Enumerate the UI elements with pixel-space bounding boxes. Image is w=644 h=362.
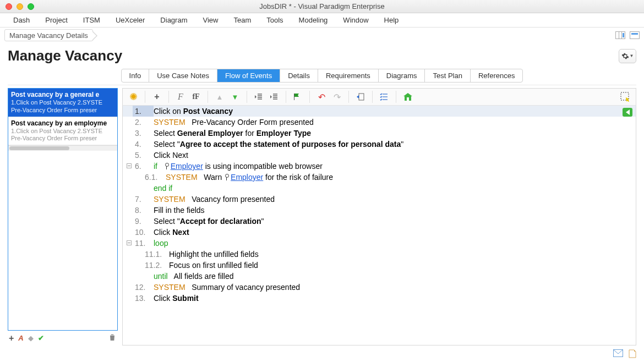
step-number: 2. (133, 117, 154, 128)
move-up-button[interactable]: ▲ (214, 91, 226, 103)
scenario-card-selected[interactable]: Post vacancy by a general e 1.Click on P… (8, 89, 117, 117)
undo-button[interactable]: ↶ (315, 91, 328, 103)
menu-help[interactable]: Help (376, 14, 407, 26)
step-row[interactable]: end if (123, 183, 636, 194)
tabs: Info Use Case Notes Flow of Events Detai… (121, 69, 523, 83)
export-button[interactable] (354, 91, 367, 103)
tab-diagrams[interactable]: Diagrams (379, 69, 425, 82)
menu-project[interactable]: Project (37, 14, 75, 26)
format-bold-button[interactable]: fF (190, 91, 202, 103)
step-row[interactable]: 10. Click Next (123, 227, 636, 238)
caret-down-icon: ▼ (630, 53, 634, 58)
tab-requirements[interactable]: Requirements (318, 69, 379, 82)
breadcrumb-text: Manage Vacancy Details (9, 31, 88, 40)
menu-itsm[interactable]: ITSM (75, 14, 108, 26)
scenario-card-title: Post vacancy by a general e (11, 91, 114, 99)
step-row[interactable]: 12. SYSTEM Summary of vacancy presented (123, 282, 636, 293)
mail-icon[interactable] (613, 349, 623, 360)
breadcrumb[interactable]: Manage Vacancy Details (4, 29, 93, 41)
svg-rect-1 (359, 94, 364, 100)
breadcrumb-bar: Manage Vacancy Details (0, 28, 644, 43)
move-down-button[interactable]: ▼ (229, 91, 241, 103)
step-row[interactable]: 1. Click on Post Vacancy (123, 106, 636, 117)
tab-references[interactable]: References (471, 69, 522, 82)
step-row[interactable]: 4. Select "Agree to accept the statement… (123, 139, 636, 150)
add-scenario-button[interactable]: + (9, 333, 14, 343)
step-row[interactable]: 3. Select General Employer for Employer … (123, 128, 636, 139)
tab-info[interactable]: Info (122, 69, 150, 82)
run-marker-icon[interactable] (623, 108, 632, 117)
window-close-button[interactable] (6, 3, 12, 10)
window-minimize-button[interactable] (17, 3, 23, 10)
actor-icon (224, 174, 230, 180)
fold-toggle[interactable] (125, 161, 133, 172)
new-step-button[interactable]: ✺ (127, 91, 139, 103)
menu-uexceler[interactable]: UeXceler (108, 14, 152, 26)
menu-view[interactable]: View (195, 14, 226, 26)
edit-pen-icon[interactable]: A (18, 334, 23, 342)
redo-button[interactable]: ↷ (331, 91, 343, 103)
step-row[interactable]: 13. Click Submit (123, 293, 636, 304)
step-number: 1. (133, 106, 154, 117)
note-icon[interactable] (629, 349, 636, 360)
tab-use-case-notes[interactable]: Use Case Notes (149, 69, 217, 82)
step-number: 9. (133, 216, 154, 227)
main-area: Post vacancy by a general e 1.Click on P… (8, 88, 636, 345)
layout-page-icon[interactable] (630, 31, 640, 39)
outdent-button[interactable] (253, 91, 265, 103)
scenario-panel: Post vacancy by a general e 1.Click on P… (8, 88, 118, 345)
scenario-card-title: Post vacancy by an employme (11, 119, 114, 128)
menu-window[interactable]: Window (335, 14, 376, 26)
step-row[interactable]: 5. Click Next (123, 150, 636, 161)
step-row[interactable]: 7. SYSTEM Vacancy form presented (123, 194, 636, 205)
menu-diagram[interactable]: Diagram (152, 14, 195, 26)
layout-panes-icon[interactable] (615, 31, 625, 39)
fold-toggle[interactable] (125, 238, 133, 249)
window-zoom-button[interactable] (28, 3, 34, 10)
gear-icon (621, 52, 629, 60)
step-number: 11.1. (133, 249, 169, 260)
step-row[interactable]: until All fields are filled (123, 271, 636, 282)
scenario-card-line: Pre-Vacancy Order Form preser (11, 135, 114, 142)
scenario-card[interactable]: Post vacancy by an employme 1.Click on P… (8, 117, 117, 146)
step-row[interactable]: 6. if Employer is using incompatible web… (123, 161, 636, 172)
tab-details[interactable]: Details (280, 69, 318, 82)
menu-tools[interactable]: Tools (259, 14, 291, 26)
step-row[interactable]: 11.2. Focus on first unfilled field (123, 260, 636, 271)
step-number: 7. (133, 194, 154, 205)
confirm-icon[interactable]: ✔ (38, 334, 44, 342)
step-row[interactable]: 2. SYSTEM Pre-Vacancy Order Form present… (123, 117, 636, 128)
selection-tool-button[interactable] (619, 91, 631, 103)
move-up-icon[interactable]: ◆ (28, 334, 34, 342)
actor-link[interactable]: Employer (171, 162, 203, 171)
menubar: Dash Project ITSM UeXceler Diagram View … (0, 13, 644, 28)
step-number: 12. (133, 282, 154, 293)
menu-dash[interactable]: Dash (6, 14, 37, 26)
scenario-scrollbar[interactable] (8, 145, 117, 151)
menu-team[interactable]: Team (226, 14, 259, 26)
add-button[interactable]: + (151, 91, 163, 103)
indent-button[interactable] (268, 91, 280, 103)
trash-icon[interactable] (108, 333, 117, 343)
statusbar (613, 349, 636, 360)
step-number: 10. (133, 227, 154, 238)
home-button[interactable] (402, 91, 414, 103)
tab-flow-of-events[interactable]: Flow of Events (217, 69, 280, 82)
step-row[interactable]: 11. loop (123, 238, 636, 249)
titlebar: JobsDIR * - Visual Paradigm Enterprise (0, 0, 644, 13)
actor-link[interactable]: Employer (231, 173, 263, 182)
menu-modeling[interactable]: Modeling (291, 14, 336, 26)
flag-button[interactable] (292, 91, 304, 103)
header-bar: Manage Vacancy ▼ (0, 43, 644, 67)
step-row[interactable]: 9. Select "Accept for declaration" (123, 216, 636, 227)
format-italic-button[interactable]: F (174, 91, 187, 103)
step-row[interactable]: 6.1. SYSTEM Warn Employer for the risk o… (123, 172, 636, 183)
settings-button[interactable]: ▼ (619, 49, 636, 63)
step-row[interactable]: 11.1. Highlight the unfilled fields (123, 249, 636, 260)
step-row[interactable]: 8. Fill in the fields (123, 205, 636, 216)
checklist-button[interactable] (378, 91, 390, 103)
step-number: 3. (133, 128, 154, 139)
tab-test-plan[interactable]: Test Plan (425, 69, 470, 82)
flow-editor[interactable]: 1. Click on Post Vacancy 2. SYSTEM Pre-V… (122, 106, 636, 345)
svg-rect-2 (407, 97, 409, 101)
